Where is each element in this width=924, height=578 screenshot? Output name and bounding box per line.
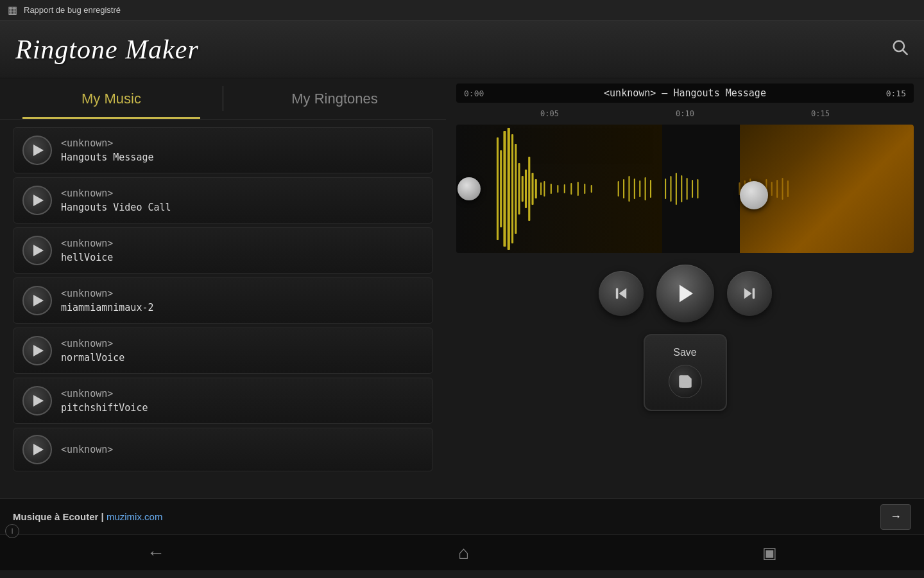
play-button[interactable] [22,386,52,416]
recent-apps-button[interactable]: ▣ [737,539,803,567]
left-trim-handle[interactable] [458,177,481,200]
play-icon [33,195,44,206]
svg-rect-24 [623,179,624,198]
svg-rect-51 [752,288,755,299]
svg-rect-17 [557,185,558,193]
play-button[interactable] [22,236,52,265]
svg-rect-7 [515,144,517,234]
play-button[interactable] [22,186,52,215]
grid-icon: ▦ [8,4,17,16]
music-info: <unknown> miammiamnimaux-2 [61,288,154,313]
list-item[interactable]: <unknown> [13,428,433,471]
svg-rect-31 [670,176,671,202]
save-icon [669,365,702,398]
play-icon [33,144,44,156]
play-button[interactable] [22,286,52,315]
svg-rect-33 [681,175,682,202]
status-text: Rapport de bug enregistré [24,5,121,15]
svg-rect-28 [645,177,646,200]
home-button[interactable]: ⌂ [432,538,495,568]
music-title: Hangouts Message [61,152,154,163]
play-icon [33,345,44,356]
music-artist: <unknown> [61,444,113,455]
time-marker: 0:15 [811,109,830,118]
save-button[interactable]: Save [644,334,727,411]
music-title: normalVoice [61,352,124,363]
tab-my-music-label: My Music [81,91,141,107]
svg-rect-23 [618,181,619,197]
ad-arrow-button[interactable]: → [880,504,911,530]
waveform-container[interactable] [456,125,914,253]
back-button[interactable]: ← [121,538,191,568]
list-item[interactable]: <unknown> miammiamnimaux-2 [13,277,433,324]
music-info: <unknown> Hangouts Message [61,137,154,163]
music-artist: <unknown> [61,338,124,349]
search-button[interactable] [891,38,909,60]
play-icon [33,295,44,306]
status-bar: ▦ Rapport de bug enregistré [0,0,924,21]
svg-rect-9 [522,176,524,202]
music-artist: <unknown> [61,137,154,149]
tab-my-ringtones-label: My Ringtones [291,91,378,107]
svg-rect-45 [782,178,783,200]
list-item[interactable]: <unknown> normalVoice [13,328,433,374]
svg-rect-26 [634,179,635,199]
list-item[interactable]: <unknown> Hangouts Message [13,127,433,173]
now-playing-time-left: 0:00 [464,89,484,98]
svg-rect-20 [578,182,579,196]
music-title: Hangouts Video Call [61,202,171,213]
info-icon[interactable]: i [5,524,19,538]
music-artist: <unknown> [61,188,171,199]
now-playing-title: <unknown> – Hangouts Message [604,87,766,99]
svg-rect-3 [500,150,502,227]
now-playing-time-right: 0:15 [886,89,906,98]
list-item[interactable]: <unknown> pitchshiftVoice [13,378,433,424]
svg-rect-29 [650,180,651,198]
time-markers: 0:05 0:10 0:15 [456,108,914,119]
player-controls [456,258,914,329]
svg-rect-22 [591,185,592,193]
play-button[interactable] [22,336,52,365]
svg-rect-16 [551,184,552,194]
svg-rect-10 [525,170,527,208]
svg-marker-50 [744,288,751,299]
tab-my-music[interactable]: My Music [0,78,223,119]
svg-rect-18 [564,184,565,193]
main-content: My Music My Ringtones <unknown> Hangouts… [0,78,924,498]
list-item[interactable]: <unknown> Hangouts Video Call [13,177,433,223]
tab-my-ringtones[interactable]: My Ringtones [223,78,446,119]
right-trim-handle[interactable] [740,181,768,209]
svg-rect-34 [687,178,688,200]
app-header: Ringtone Maker [0,21,924,78]
list-item[interactable]: <unknown> hellVoice [13,227,433,274]
svg-rect-35 [692,180,693,198]
play-pause-button[interactable] [656,265,714,322]
music-info: <unknown> hellVoice [61,238,113,263]
svg-rect-48 [615,288,618,299]
play-icon [33,444,44,455]
play-button[interactable] [22,435,52,464]
svg-rect-46 [787,180,789,197]
music-info: <unknown> pitchshiftVoice [61,388,148,414]
ad-text: Musique à Ecouter | muzimix.com [13,511,162,522]
music-list: <unknown> Hangouts Message <unknown> Han… [0,119,446,498]
svg-rect-30 [665,179,666,199]
nav-bar: ← ⌂ ▣ [0,534,924,570]
svg-rect-4 [503,131,506,247]
play-icon [33,245,44,256]
app-title: Ringtone Maker [15,34,199,65]
left-panel: My Music My Ringtones <unknown> Hangouts… [0,78,446,498]
music-artist: <unknown> [61,238,113,249]
next-button[interactable] [727,271,772,316]
music-info: <unknown> [61,444,113,455]
time-marker: 0:05 [540,109,559,118]
svg-rect-5 [508,128,510,250]
music-title: hellVoice [61,252,113,263]
play-button[interactable] [22,136,52,165]
svg-rect-27 [639,180,640,197]
waveform-svg [456,125,914,253]
ad-link[interactable]: muzimix.com [107,511,163,522]
svg-rect-14 [540,182,542,195]
prev-button[interactable] [599,271,644,316]
svg-rect-19 [570,183,572,195]
